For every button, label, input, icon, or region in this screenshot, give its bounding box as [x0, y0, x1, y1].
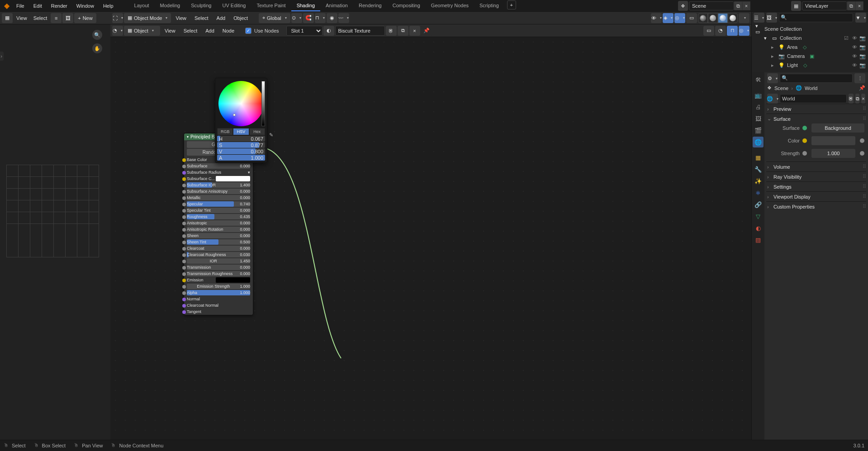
shading-rendered[interactable] [728, 13, 738, 23]
viewlayer-icon[interactable]: ▦ [791, 1, 801, 11]
panel-preview[interactable]: Preview⠿ [766, 104, 866, 114]
world-shield[interactable]: ⛨ [849, 94, 854, 104]
ptab-tool[interactable]: 🛠 [753, 74, 764, 85]
eyedropper-icon[interactable]: ✎ [268, 132, 274, 138]
node-input-anisotropic-rotation[interactable]: Anisotropic Rotation0.000 [184, 226, 253, 233]
node-menu-select[interactable]: Select [180, 26, 201, 36]
ws-anim[interactable]: Animation [320, 0, 353, 11]
color-socket-icon[interactable] [802, 138, 807, 143]
vp-menu-select[interactable]: Select [191, 13, 212, 23]
scene-copy-button[interactable]: ⧉ [734, 1, 742, 10]
node-input-sheen-tint[interactable]: Sheen Tint0.500 [184, 239, 253, 245]
image-sidebar-toggle[interactable]: › [0, 52, 4, 61]
node-input-emission-strength[interactable]: Emission Strength1.000 [184, 283, 253, 290]
viewlayer-delete-button[interactable]: × [855, 1, 863, 10]
props-search-input[interactable] [780, 74, 853, 83]
world-name-input[interactable] [780, 94, 847, 103]
xray-toggle[interactable]: ▭ [686, 13, 697, 23]
socket-icon[interactable] [182, 171, 186, 175]
node-input-subsurface-anisotropy[interactable]: Subsurface Anisotropy0.000 [184, 188, 253, 195]
viewport-editor-type[interactable]: ⛶ [112, 13, 123, 23]
scene-delete-button[interactable]: × [742, 1, 750, 10]
breadcrumb-pin-icon[interactable]: 📌 [859, 85, 865, 91]
socket-icon[interactable] [182, 253, 186, 257]
socket-icon[interactable] [182, 279, 186, 282]
ws-uv[interactable]: UV Editing [217, 0, 251, 11]
ptab-output[interactable]: 🖨 [753, 101, 764, 112]
outliner-search-input[interactable] [779, 13, 853, 22]
hide-toggle[interactable]: 👁 [851, 44, 858, 50]
node-input-alpha[interactable]: Alpha1.000 [184, 290, 253, 296]
socket-icon[interactable] [182, 291, 186, 295]
node-input-anisotropic[interactable]: Anisotropic0.000 [184, 220, 253, 226]
node-menu-view[interactable]: View [161, 26, 179, 36]
ws-sculpting[interactable]: Sculpting [185, 0, 217, 11]
node-menu-node[interactable]: Node [219, 26, 238, 36]
color-picker-popup[interactable]: RGB HSV Hex H0.067S0.877V0.800A1.000 ✎ [215, 78, 267, 163]
props-options-menu[interactable]: ⋮ [854, 73, 865, 83]
menu-file[interactable]: File [12, 1, 29, 11]
add-workspace-button[interactable]: + [507, 0, 516, 9]
material-pin-button[interactable]: 📌 [421, 26, 432, 36]
image-new-button[interactable]: +New [74, 13, 96, 23]
node-input-subsurface-radius[interactable]: Subsurface Radius▾ [184, 169, 253, 176]
socket-icon[interactable] [182, 177, 186, 181]
vp-menu-add[interactable]: Add [213, 13, 229, 23]
outliner-collection[interactable]: ▾ ▭ Collection ☑👁📷 [754, 33, 866, 43]
socket-icon[interactable] [182, 209, 186, 213]
socket-icon[interactable] [182, 247, 186, 251]
hsva-h-slider[interactable]: H0.067 [217, 136, 265, 142]
strength-value[interactable]: 1.000 [811, 149, 855, 158]
ws-layout[interactable]: Layout [129, 0, 155, 11]
socket-icon[interactable] [182, 234, 186, 238]
material-copy-button[interactable]: ⧉ [398, 26, 408, 36]
panel-ray[interactable]: Ray Visibility⠿ [766, 171, 866, 181]
menu-render[interactable]: Render [47, 1, 72, 11]
ptab-physics[interactable]: ⚛ [753, 187, 764, 198]
use-nodes-checkbox[interactable]: ✓ [245, 28, 251, 34]
ptab-object[interactable]: ▦ [753, 152, 764, 163]
node-menu-add[interactable]: Add [202, 26, 218, 36]
ptab-data[interactable]: ▽ [753, 211, 764, 222]
node-input-ior[interactable]: IOR1.450 [184, 258, 253, 264]
props-options[interactable]: ⚙ [767, 73, 778, 83]
ws-render[interactable]: Rendering [353, 0, 387, 11]
outliner-item-camera[interactable]: ▸ 📷 Camera ▣ 👁📷 [754, 52, 866, 61]
node-input-specular-tint[interactable]: Specular Tint0.000 [184, 207, 253, 214]
node-editor-canvas[interactable]: Principled BSDF GGX Random Walk Base Col… [110, 37, 751, 440]
hsva-v-slider[interactable]: V0.800 [217, 148, 265, 154]
panel-surface-toggle[interactable]: Surface⠿ [767, 116, 865, 122]
socket-icon[interactable] [182, 158, 186, 162]
ptab-modifier[interactable]: 🔧 [753, 164, 764, 175]
node-input-transmission[interactable]: Transmission0.000 [184, 264, 253, 271]
node-input-clearcoat[interactable]: Clearcoat0.000 [184, 245, 253, 252]
ptab-material[interactable]: ◐ [753, 223, 764, 233]
node-input-emission[interactable]: Emission [184, 277, 253, 283]
surface-socket-icon[interactable] [802, 126, 807, 130]
node-overlay-options[interactable]: ◎ [739, 26, 749, 36]
light-data-icon[interactable]: ◇ [801, 43, 808, 51]
panel-settings[interactable]: Settings⠿ [766, 181, 866, 191]
node-input-subsurface-ior[interactable]: Subsurface IOR1.400 [184, 182, 253, 188]
hsva-a-slider[interactable]: A1.000 [217, 155, 265, 161]
ws-modeling[interactable]: Modeling [155, 0, 186, 11]
panel-custom[interactable]: Custom Properties⠿ [766, 201, 866, 211]
socket-icon[interactable] [182, 190, 186, 194]
socket-icon[interactable] [182, 215, 186, 219]
node-input-subsurface-c-[interactable]: Subsurface C... [184, 176, 253, 182]
color-value[interactable] [811, 136, 855, 145]
snap-toggle[interactable]: 🧲 [303, 13, 314, 23]
world-unlink[interactable]: × [861, 94, 865, 104]
socket-icon[interactable] [182, 203, 186, 206]
tab-hex[interactable]: Hex [249, 128, 265, 135]
image-menu-select[interactable]: Select [31, 13, 50, 23]
render-toggle[interactable]: 📷 [859, 53, 866, 59]
crumb-world[interactable]: World [805, 85, 818, 91]
material-name-input[interactable] [335, 26, 385, 36]
socket-icon[interactable] [182, 222, 186, 225]
pivot-dropdown[interactable]: ⊙ [291, 13, 302, 23]
snap-options[interactable]: ⊓ [315, 13, 326, 23]
socket-icon[interactable] [182, 266, 186, 270]
menu-window[interactable]: Window [72, 1, 99, 11]
tab-hsv[interactable]: HSV [233, 128, 249, 135]
